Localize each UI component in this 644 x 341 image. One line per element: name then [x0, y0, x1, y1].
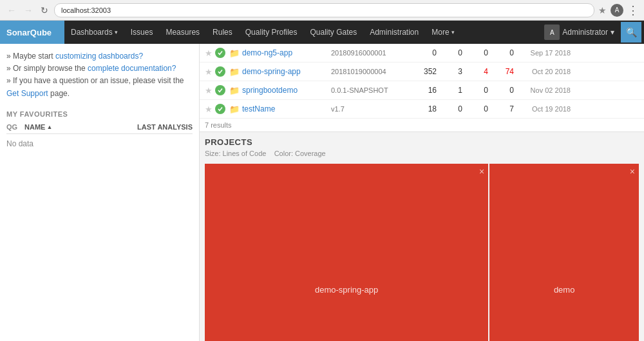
metric-4: 7: [493, 104, 519, 113]
sort-arrow-icon[interactable]: ▲: [46, 124, 52, 130]
col-qg-header: QG: [6, 123, 22, 131]
project-name-link[interactable]: testName: [242, 104, 326, 113]
reload-button[interactable]: ↻: [39, 5, 50, 16]
metric-1: 18: [416, 104, 442, 113]
nav-right: A Administrator ▾ 🔍: [539, 22, 644, 43]
col-last-header: LAST ANALYSIS: [137, 123, 193, 131]
nav-quality-gates[interactable]: Quality Gates: [303, 21, 363, 44]
my-favourites-section: MY FAVOURITES QG NAME ▲ LAST ANALYSIS No…: [6, 110, 193, 151]
star-icon[interactable]: ★: [205, 104, 213, 114]
col-name-header: NAME ▲: [24, 123, 135, 131]
documentation-link[interactable]: complete documentation?: [88, 64, 176, 73]
project-name-link[interactable]: demo-ng5-app: [242, 48, 326, 57]
project-date: Oct 20 2018: [519, 68, 571, 75]
sidebar: » Maybe start customizing dashboards? » …: [0, 44, 200, 341]
favourites-header: QG NAME ▲ LAST ANALYSIS: [6, 123, 193, 134]
project-icon: 📁: [229, 86, 240, 95]
project-name-link[interactable]: demo-spring-app: [242, 67, 326, 76]
nav-measures[interactable]: Measures: [159, 21, 206, 44]
chevron-down-icon: ▾: [115, 29, 118, 35]
star-icon[interactable]: ★: [205, 86, 213, 95]
size-color-label: Size: Lines of Code Color: Coverage: [205, 150, 639, 157]
browser-user-icon: A: [611, 4, 623, 17]
results-count: 7 results: [200, 119, 644, 132]
back-button[interactable]: ←: [5, 4, 18, 17]
projects-section: PROJECTS Size: Lines of Code Color: Cove…: [200, 132, 644, 164]
project-version: v1.7: [326, 105, 416, 113]
quality-gate-icon: [215, 104, 225, 114]
no-data-label: No data: [6, 137, 193, 151]
browser-bar: ← → ↻ localhost:32003 ★ A ⋮: [0, 0, 644, 21]
metric-1: 0: [416, 48, 442, 57]
project-icon: 📁: [229, 48, 240, 58]
project-version: 0.0.1-SNAPSHOT: [326, 86, 416, 94]
address-bar[interactable]: localhost:32003: [54, 3, 594, 17]
project-version: 20181019000004: [326, 68, 416, 75]
project-date: Oct 19 2018: [519, 105, 571, 113]
sidebar-tips: » Maybe start customizing dashboards? » …: [6, 50, 193, 100]
metric-4: 0: [493, 48, 519, 57]
url-text: localhost:32003: [61, 6, 111, 14]
metric-2: 0: [442, 104, 468, 113]
project-version: 20180916000001: [326, 49, 416, 57]
metric-2: 1: [442, 86, 468, 95]
chevron-down-icon: ▾: [611, 28, 614, 37]
quality-gate-icon: [215, 85, 225, 95]
treemap-container: × demo-spring-app × demo: [205, 164, 639, 341]
project-date: Nov 02 2018: [519, 86, 571, 94]
metric-2: 3: [442, 67, 468, 76]
search-button[interactable]: 🔍: [621, 22, 641, 43]
sonarqube-logo[interactable]: SonarQube: [0, 21, 64, 44]
bookmark-icon[interactable]: ★: [598, 5, 607, 15]
metric-3: 0: [468, 86, 493, 95]
admin-menu-button[interactable]: A Administrator ▾: [539, 22, 620, 43]
quality-gate-icon: [215, 66, 225, 77]
customize-dashboards-link[interactable]: customizing dashboards?: [55, 52, 143, 61]
metric-2: 0: [442, 48, 468, 57]
project-date: Sep 17 2018: [519, 49, 571, 57]
forward-button[interactable]: →: [22, 4, 35, 17]
top-nav: SonarQube Dashboards ▾ Issues Measures R…: [0, 21, 644, 44]
main-layout: » Maybe start customizing dashboards? » …: [0, 44, 644, 341]
treemap-left-block[interactable]: × demo-spring-app: [205, 164, 488, 341]
metric-3: 0: [468, 48, 493, 57]
nav-issues[interactable]: Issues: [124, 21, 160, 44]
metric-3: 0: [468, 104, 493, 113]
star-icon[interactable]: ★: [205, 67, 213, 77]
nav-administration[interactable]: Administration: [363, 21, 425, 44]
nav-rules[interactable]: Rules: [206, 21, 239, 44]
get-support-link[interactable]: Get Support: [6, 89, 48, 98]
metric-3: 4: [468, 67, 493, 76]
table-row: ★ 📁 demo-ng5-app 20180916000001 0 0 0 0 …: [200, 44, 644, 63]
metric-4: 74: [493, 67, 519, 76]
nav-quality-profiles[interactable]: Quality Profiles: [239, 21, 304, 44]
table-row: ★ 📁 springbootdemo 0.0.1-SNAPSHOT 16 1 0…: [200, 81, 644, 100]
close-icon[interactable]: ×: [479, 166, 484, 177]
close-icon[interactable]: ×: [630, 166, 635, 177]
table-row: ★ 📁 testName v1.7 18 0 0 7 Oct 19 2018: [200, 100, 644, 119]
star-icon[interactable]: ★: [205, 48, 213, 58]
browser-menu-button[interactable]: ⋮: [627, 3, 639, 17]
metric-1: 16: [416, 86, 442, 95]
content-area: ★ 📁 demo-ng5-app 20180916000001 0 0 0 0 …: [200, 44, 644, 341]
nav-more[interactable]: More ▾: [425, 21, 460, 44]
section-title: PROJECTS: [205, 137, 639, 147]
metric-4: 0: [493, 86, 519, 95]
projects-list: ★ 📁 demo-ng5-app 20180916000001 0 0 0 0 …: [200, 44, 644, 132]
project-icon: 📁: [229, 104, 240, 114]
avatar: A: [544, 24, 560, 40]
table-row: ★ 📁 demo-spring-app 20181019000004 352 3…: [200, 63, 644, 81]
my-favourites-title: MY FAVOURITES: [6, 110, 193, 118]
nav-dashboards[interactable]: Dashboards ▾: [64, 21, 124, 44]
search-icon: 🔍: [626, 27, 637, 37]
treemap-left-label: demo-spring-app: [315, 285, 378, 295]
treemap-right-block[interactable]: × demo: [489, 164, 639, 341]
project-name-link[interactable]: springbootdemo: [242, 86, 326, 95]
nav-items: Dashboards ▾ Issues Measures Rules Quali…: [64, 21, 539, 44]
quality-gate-icon: [215, 48, 225, 58]
treemap-right-label: demo: [554, 285, 575, 295]
project-icon: 📁: [229, 67, 240, 77]
metric-1: 352: [416, 67, 442, 76]
chevron-down-icon: ▾: [451, 29, 455, 35]
